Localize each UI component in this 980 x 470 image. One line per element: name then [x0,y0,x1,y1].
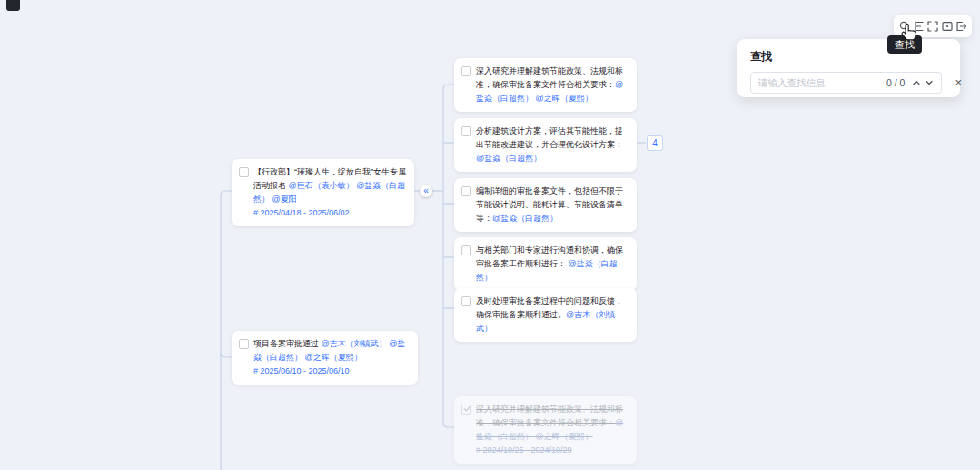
node-checkbox[interactable] [239,167,249,177]
node-body: 分析建筑设计方案，评估其节能性能，提出节能改进建议，并合理优化设计方案：@盐焱（… [476,125,629,165]
node-checkbox-checked[interactable] [461,405,471,415]
search-button[interactable] [898,20,911,33]
locate-icon [941,20,954,33]
node-body: 编制详细的审批备案文件，包括但不限于节能设计说明、能耗计算、节能设备清单等：@盐… [476,185,629,225]
node-body: 及时处理审批备案过程中的问题和反馈，确保审批备案顺利通过。@吉木（刘镇武） [476,295,629,335]
node-checkbox[interactable] [461,186,471,196]
node-text: 分析建筑设计方案，评估其节能性能，提出节能改进建议，并合理优化设计方案： [476,126,623,149]
mindmap-node-research-policy[interactable]: 深入研究并理解建筑节能政策、法规和标准，确保审批备案文件符合相关要求：@盐焱（白… [454,58,637,112]
exit-icon [955,20,967,33]
mention-link[interactable]: @之晖（夏熙） [302,353,362,362]
fullscreen-button[interactable] [926,20,939,33]
node-text: 深入研究并理解建筑节能政策、法规和标准，确保审批备案文件符合相关要求： [476,405,623,427]
find-input[interactable] [757,76,883,89]
find-previous-button[interactable] [910,76,923,89]
search-icon [898,20,911,33]
node-body: 【行政部】“璀璨人生，绽放自我”女生专属活动报名 @巨石（袁小敏） @盐焱（白超… [253,165,407,220]
chevron-up-icon [912,78,921,87]
mindmap-node-activity-signup[interactable]: 【行政部】“璀璨人生，绽放自我”女生专属活动报名 @巨石（袁小敏） @盐焱（白超… [232,159,414,226]
node-date-range: # 2025/04/18 - 2025/06/02 [253,206,407,220]
collapse-branch-toggle[interactable]: « [420,185,432,197]
mention-link[interactable]: @盐焱（白超然） [476,154,541,163]
find-close-button[interactable]: × [955,76,962,89]
node-checkbox[interactable] [461,66,471,76]
find-result-counter: 0 / 0 [886,77,905,88]
view-toolbar [894,15,972,37]
mindmap-node-handle-feedback[interactable]: 及时处理审批备案过程中的问题和反馈，确保审批备案顺利通过。@吉木（刘镇武） [454,288,637,342]
chevron-down-icon [925,78,934,87]
node-text: 项目备案审批通过 [253,339,322,348]
node-checkbox[interactable] [461,296,471,306]
node-date-range: # 2024/10/25 - 2024/10/29 [476,444,629,457]
corner-ui-fragment [6,0,20,11]
find-input-box[interactable]: 0 / 0 [750,72,942,94]
mention-link[interactable]: @夏阳 [270,195,297,204]
mindmap-node-project-approved[interactable]: 项目备案审批通过 @吉木（刘镇武） @盐焱（白超然） @之晖（夏熙）# 2025… [232,331,418,385]
node-body: 与相关部门和专家进行沟通和协调，确保审批备案工作顺利进行： @盐焱（白超然） [476,244,629,285]
collapse-arrow-icon: « [423,185,429,195]
node-body: 深入研究并理解建筑节能政策、法规和标准，确保审批备案文件符合相关要求：@盐焱（白… [476,403,629,457]
find-panel: 查找 0 / 0 × [737,39,960,97]
node-checkbox[interactable] [461,245,471,255]
node-checkbox[interactable] [461,126,471,136]
node-text: 深入研究并理解建筑节能政策、法规和标准，确保审批备案文件符合相关要求： [476,66,623,89]
exit-button[interactable] [955,20,967,33]
mindmap-node-analyze-design[interactable]: 分析建筑设计方案，评估其节能性能，提出节能改进建议，并合理优化设计方案：@盐焱（… [454,118,637,172]
mention-link[interactable]: @之晖（夏熙） [533,94,593,103]
mention-link[interactable]: @吉木（刘镇武） [322,339,387,348]
mindmap-node-prepare-documents[interactable]: 编制详细的审批备案文件，包括但不限于节能设计说明、能耗计算、节能设备清单等：@盐… [454,178,637,232]
mention-link[interactable]: @盐焱（白超然） [492,214,558,223]
outline-icon [913,20,926,33]
fullscreen-icon [926,20,939,33]
mention-link[interactable]: @巨石（袁小敏） [289,181,354,190]
collapsed-children-count-badge[interactable]: 4 [647,135,663,151]
node-date-range: # 2025/06/10 - 2025/06/10 [253,365,411,378]
node-checkbox[interactable] [239,339,249,349]
outline-button[interactable] [913,20,926,33]
mention-link[interactable]: @之晖（夏熙） [533,432,593,441]
mindmap-node-research-policy-done[interactable]: 深入研究并理解建筑节能政策、法规和标准，确保审批备案文件符合相关要求：@盐焱（白… [454,396,637,464]
node-body: 项目备案审批通过 @吉木（刘镇武） @盐焱（白超然） @之晖（夏熙）# 2025… [253,337,411,378]
search-tooltip-label: 查找 [895,39,915,50]
node-body: 深入研究并理解建筑节能政策、法规和标准，确保审批备案文件符合相关要求：@盐焱（白… [476,65,629,105]
locate-button[interactable] [941,20,954,33]
find-next-button[interactable] [923,76,935,89]
search-tooltip: 查找 [887,35,922,54]
mindmap-node-communicate-coordinate[interactable]: 与相关部门和专家进行沟通和协调，确保审批备案工作顺利进行： @盐焱（白超然） [454,237,637,291]
